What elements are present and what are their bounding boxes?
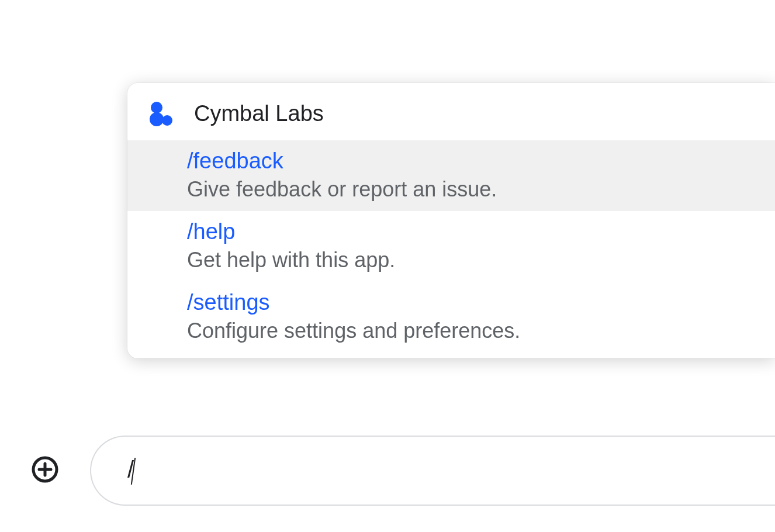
command-description: Configure settings and preferences. [187, 319, 755, 343]
plus-circle-icon [31, 455, 59, 486]
command-item-feedback[interactable]: /feedback Give feedback or report an iss… [127, 140, 775, 211]
command-description: Give feedback or report an issue. [187, 177, 755, 202]
command-name: /help [187, 219, 755, 244]
compose-row: / [29, 436, 775, 506]
compose-input-container[interactable]: / [90, 436, 775, 506]
command-item-help[interactable]: /help Get help with this app. [127, 211, 775, 282]
command-item-settings[interactable]: /settings Configure settings and prefere… [127, 282, 775, 358]
compose-input[interactable]: / [127, 457, 775, 485]
svg-point-1 [150, 112, 164, 126]
popover-app-name: Cymbal Labs [194, 101, 324, 126]
slash-command-popover: Cymbal Labs /feedback Give feedback or r… [127, 83, 775, 358]
command-name: /feedback [187, 148, 755, 174]
svg-point-0 [151, 102, 162, 113]
command-name: /settings [187, 290, 755, 315]
cymbal-labs-icon [147, 99, 175, 127]
add-button[interactable] [29, 455, 61, 486]
svg-point-2 [162, 115, 172, 126]
popover-header: Cymbal Labs [127, 83, 775, 140]
command-list: /feedback Give feedback or report an iss… [127, 140, 775, 358]
command-description: Get help with this app. [187, 248, 755, 272]
